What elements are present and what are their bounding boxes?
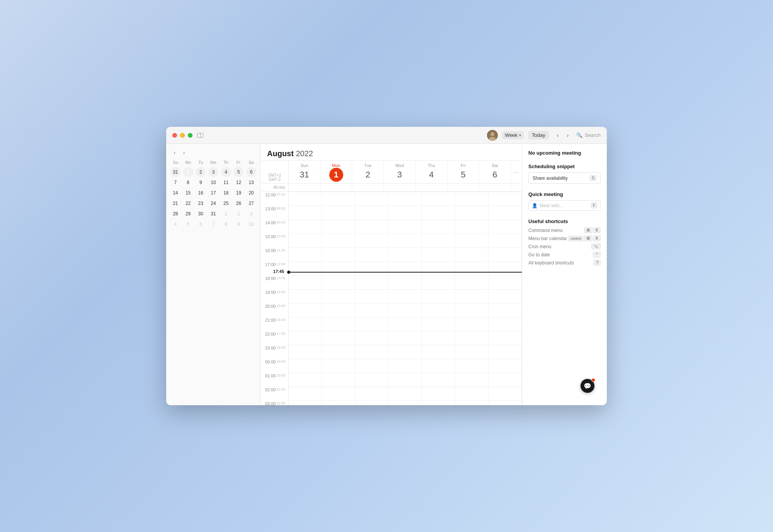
- hour-cell[interactable]: [422, 261, 455, 275]
- mini-cal-cell[interactable]: 21: [170, 198, 180, 208]
- hour-cell[interactable]: [355, 387, 388, 401]
- mini-cal-cell[interactable]: 17: [208, 188, 218, 198]
- hour-cell[interactable]: [489, 303, 521, 317]
- hour-cell[interactable]: [388, 317, 421, 331]
- hour-cell[interactable]: [455, 289, 488, 303]
- hour-cell[interactable]: [455, 401, 488, 405]
- hour-cell[interactable]: [422, 303, 455, 317]
- mini-cal-cell[interactable]: 7: [170, 177, 180, 188]
- all-day-thu[interactable]: [416, 184, 448, 191]
- hour-cell[interactable]: [322, 220, 355, 234]
- day-col-grid-mon[interactable]: [322, 192, 355, 405]
- mini-cal-cell[interactable]: 5: [233, 167, 243, 177]
- hour-cell[interactable]: [289, 261, 322, 275]
- hour-cell[interactable]: [489, 373, 521, 387]
- hour-cell[interactable]: [489, 247, 521, 261]
- maximize-button[interactable]: [188, 133, 192, 138]
- day-col-grid-wed[interactable]: [388, 192, 422, 405]
- hour-cell[interactable]: [455, 206, 488, 220]
- hour-cell[interactable]: [289, 234, 322, 247]
- mini-cal-cell[interactable]: 9: [196, 177, 206, 188]
- hour-cell[interactable]: [422, 317, 455, 331]
- split-view-icon[interactable]: [197, 133, 203, 138]
- day-col-grid-thu[interactable]: [422, 192, 455, 405]
- day-col-grid-fri[interactable]: [455, 192, 489, 405]
- hour-cell[interactable]: [388, 359, 421, 373]
- hour-cell[interactable]: [422, 331, 455, 345]
- hour-cell[interactable]: [455, 220, 488, 234]
- hour-cell[interactable]: [289, 317, 322, 331]
- hour-cell[interactable]: [388, 192, 421, 206]
- hour-cell[interactable]: [388, 247, 421, 261]
- mini-cal-cell[interactable]: 23: [196, 198, 206, 208]
- hour-cell[interactable]: [422, 387, 455, 401]
- next-week-button[interactable]: ›: [563, 131, 572, 140]
- hour-cell[interactable]: [289, 359, 322, 373]
- hour-cell[interactable]: [388, 373, 421, 387]
- mini-cal-cell[interactable]: 15: [183, 188, 193, 198]
- hour-cell[interactable]: [489, 359, 521, 373]
- mini-cal-cell[interactable]: 4: [221, 167, 231, 177]
- hour-cell[interactable]: [355, 220, 388, 234]
- hour-cell[interactable]: [289, 373, 322, 387]
- hour-cell[interactable]: [422, 359, 455, 373]
- mini-cal-cell[interactable]: 12: [233, 177, 243, 188]
- hour-cell[interactable]: [355, 206, 388, 220]
- share-availability-button[interactable]: Share availability S: [528, 172, 601, 184]
- hour-cell[interactable]: [422, 289, 455, 303]
- day-col-sun[interactable]: Sun 31: [289, 161, 320, 183]
- hour-cell[interactable]: [322, 247, 355, 261]
- close-button[interactable]: [172, 133, 177, 138]
- hour-cell[interactable]: [355, 234, 388, 247]
- hour-cell[interactable]: [489, 331, 521, 345]
- hour-cell[interactable]: [422, 247, 455, 261]
- mini-cal-cell[interactable]: 4: [170, 219, 180, 229]
- hour-cell[interactable]: [388, 275, 421, 289]
- hour-cell[interactable]: [289, 289, 322, 303]
- hour-cell[interactable]: [289, 206, 322, 220]
- hour-cell[interactable]: [289, 303, 322, 317]
- day-col-grid-tue[interactable]: [355, 192, 388, 405]
- hour-cell[interactable]: [489, 261, 521, 275]
- mini-cal-cell[interactable]: 29: [183, 209, 193, 219]
- hour-cell[interactable]: [289, 401, 322, 405]
- all-day-mon[interactable]: [320, 184, 352, 191]
- mini-cal-prev[interactable]: ‹: [171, 148, 179, 156]
- mini-cal-cell[interactable]: 16: [196, 188, 206, 198]
- today-button[interactable]: Today: [528, 131, 549, 140]
- week-selector[interactable]: Week ▾: [502, 131, 524, 139]
- mini-cal-cell[interactable]: 27: [246, 198, 256, 208]
- hour-cell[interactable]: [355, 373, 388, 387]
- mini-cal-cell[interactable]: 30: [196, 209, 206, 219]
- hour-cell[interactable]: [289, 387, 322, 401]
- hour-cell[interactable]: [455, 192, 488, 206]
- all-day-sat[interactable]: [479, 184, 511, 191]
- hour-cell[interactable]: [489, 401, 521, 405]
- hour-cell[interactable]: [422, 234, 455, 247]
- search-bar[interactable]: 🔍 Search: [576, 132, 601, 138]
- hour-cell[interactable]: [489, 387, 521, 401]
- hour-cell[interactable]: [455, 373, 488, 387]
- hour-cell[interactable]: [455, 359, 488, 373]
- hour-cell[interactable]: [322, 317, 355, 331]
- hour-cell[interactable]: [455, 345, 488, 359]
- mini-cal-cell[interactable]: 8: [221, 219, 231, 229]
- minimize-button[interactable]: [180, 133, 185, 138]
- hour-cell[interactable]: [322, 234, 355, 247]
- hour-cell[interactable]: [289, 345, 322, 359]
- hour-cell[interactable]: [322, 261, 355, 275]
- hour-cell[interactable]: [455, 331, 488, 345]
- hour-cell[interactable]: [355, 289, 388, 303]
- mini-cal-cell[interactable]: 31: [208, 209, 218, 219]
- mini-cal-cell[interactable]: 8: [183, 177, 193, 188]
- mini-cal-cell[interactable]: 19: [233, 188, 243, 198]
- hour-cell[interactable]: [355, 192, 388, 206]
- mini-cal-cell[interactable]: 6: [246, 167, 256, 177]
- hour-cell[interactable]: [455, 317, 488, 331]
- hour-cell[interactable]: [388, 345, 421, 359]
- hour-cell[interactable]: [489, 289, 521, 303]
- hour-cell[interactable]: [388, 206, 421, 220]
- hour-cell[interactable]: [289, 220, 322, 234]
- mini-cal-cell[interactable]: 25: [221, 198, 231, 208]
- hour-cell[interactable]: [489, 234, 521, 247]
